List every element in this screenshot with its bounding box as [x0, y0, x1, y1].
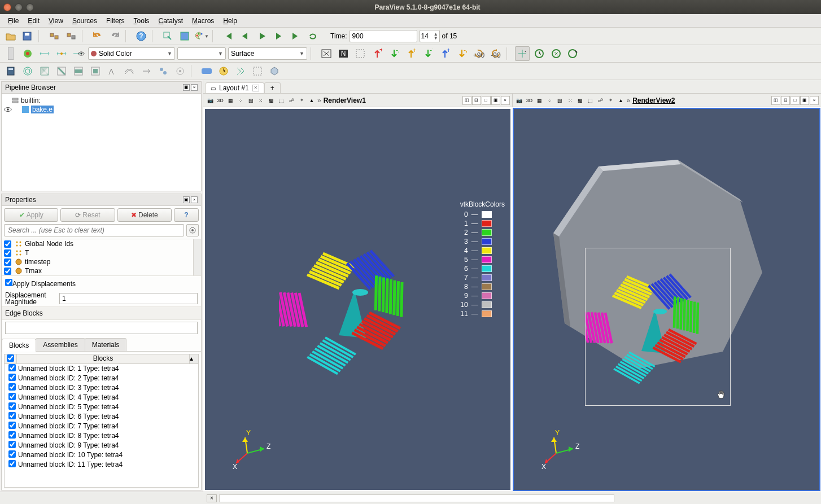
disconnect-icon[interactable] [64, 29, 78, 43]
status-close-icon[interactable]: × [207, 494, 217, 502]
table-row[interactable]: Unnamed block ID: 6 Type: tetra4 [5, 412, 198, 422]
table-row[interactable]: Unnamed block ID: 11 Type: tetra4 [5, 460, 198, 470]
select-points-poly-icon[interactable]: ⁙ [256, 96, 265, 105]
select-cells-icon[interactable]: ▦ [226, 96, 235, 105]
time-inspector-icon[interactable] [216, 64, 231, 78]
warp-vector-icon[interactable] [139, 64, 154, 78]
menu-macros[interactable]: Macros [187, 15, 219, 27]
menu-edit[interactable]: Edit [23, 15, 44, 27]
extract-selection-icon[interactable] [177, 29, 192, 43]
render-view-1[interactable]: vtkBlockColors 0 — 1 — 2 — 3 — 4 — 5 — 6… [205, 109, 510, 490]
menu-help[interactable]: Help [219, 15, 242, 27]
table-row[interactable]: Unnamed block ID: 2 Type: tetra4 [5, 374, 198, 383]
hover-points-icon[interactable]: ⌖ [297, 96, 306, 105]
adjust-camera-icon[interactable]: ▲ [307, 96, 316, 105]
representation-combo[interactable]: Surface▼ [228, 47, 307, 60]
memory-inspector-icon[interactable] [267, 64, 282, 78]
rescale-custom-icon[interactable] [54, 46, 69, 61]
window-maximize-button[interactable] [26, 3, 34, 11]
color-map-editor-icon[interactable] [20, 46, 35, 61]
tab-blocks[interactable]: Blocks [2, 339, 36, 352]
vr-icon[interactable] [199, 64, 214, 78]
link-camera-icon[interactable] [549, 46, 564, 61]
menu-file[interactable]: File [3, 15, 23, 27]
edge-blocks-list[interactable] [5, 322, 198, 334]
blocks-select-all[interactable] [7, 354, 14, 362]
mode-3d-label[interactable]: 3D [525, 96, 534, 105]
select-cells-poly-icon[interactable]: ▧ [246, 96, 255, 105]
table-row[interactable]: Unnamed block ID: 5 Type: tetra4 [5, 402, 198, 412]
time-value-input[interactable] [350, 30, 417, 42]
maximize-view-icon[interactable]: □ [791, 96, 800, 105]
close-view-icon[interactable]: × [810, 96, 819, 105]
select-points-icon[interactable]: ⁘ [545, 96, 554, 105]
adjust-camera-icon[interactable]: ▲ [617, 96, 626, 105]
zoom-to-data-icon[interactable]: N [336, 46, 351, 61]
save-icon[interactable] [20, 29, 35, 43]
properties-help-button[interactable]: ? [174, 208, 199, 222]
group-icon[interactable] [156, 64, 171, 78]
menu-filters[interactable]: Filters [102, 15, 129, 27]
coloring-combo[interactable]: Solid Color▼ [88, 47, 175, 60]
menu-tools[interactable]: Tools [129, 15, 154, 27]
mode-3d-label[interactable]: 3D [216, 96, 225, 105]
calculator-icon[interactable] [3, 64, 18, 78]
add-layout-button[interactable]: + [264, 82, 281, 93]
set-view-minus-x-icon[interactable]: -X [387, 46, 401, 61]
prev-frame-icon[interactable] [238, 29, 252, 43]
rescale-range-icon[interactable] [37, 46, 52, 61]
next-frame-icon[interactable] [272, 29, 286, 43]
window-minimize-button[interactable] [15, 3, 23, 11]
pipeline-item-bake[interactable]: bake.e [31, 106, 54, 113]
set-view-plus-x-icon[interactable]: +X [370, 46, 385, 61]
tab-materials[interactable]: Materials [85, 338, 127, 351]
connect-icon[interactable] [47, 29, 62, 43]
stream-tracer-icon[interactable] [122, 64, 137, 78]
animation-view-icon[interactable] [233, 64, 248, 78]
edit-color-icon[interactable] [3, 46, 18, 61]
extract-grid-icon[interactable] [88, 64, 103, 78]
pick-center-icon[interactable] [515, 46, 530, 61]
split-horizontal-icon[interactable]: ◫ [462, 96, 471, 105]
apply-displacements-checkbox[interactable]: Apply Displacements [2, 275, 201, 291]
rotate-cw-icon[interactable]: +90 [471, 46, 486, 61]
select-block-icon[interactable]: ▩ [576, 96, 585, 105]
table-row[interactable]: Unnamed block ID: 4 Type: tetra4 [5, 393, 198, 402]
var-row[interactable]: Global Node Ids [2, 239, 193, 248]
menu-sources[interactable]: Sources [68, 15, 102, 27]
undo-icon[interactable] [90, 29, 105, 43]
interactive-select-icon[interactable]: ⬚ [277, 96, 286, 105]
select-points-icon[interactable]: ⁘ [236, 96, 245, 105]
blocks-table[interactable]: Blocks▴ Unnamed block ID: 1 Type: tetra4… [4, 354, 199, 488]
help-icon[interactable]: ? [134, 29, 149, 43]
select-cells-poly-icon[interactable]: ▧ [556, 96, 565, 105]
view-name-2[interactable]: RenderView2 [632, 97, 675, 104]
close-tab-icon[interactable]: × [252, 85, 259, 91]
view-name-1[interactable]: RenderView1 [324, 97, 366, 104]
panel-close-icon[interactable]: × [191, 196, 198, 203]
reset-camera-icon[interactable] [319, 46, 334, 61]
table-row[interactable]: Unnamed block ID: 7 Type: tetra4 [5, 422, 198, 431]
zoom-to-box-icon[interactable] [353, 46, 368, 61]
hover-points-icon[interactable]: ⌖ [606, 96, 615, 105]
layout-tab-1[interactable]: ▭Layout #1× [206, 82, 264, 93]
maximize-view-icon[interactable]: □ [482, 96, 491, 105]
properties-search-input[interactable] [4, 224, 184, 236]
hover-cells-icon[interactable]: ☍ [287, 96, 296, 105]
split-vertical-icon[interactable]: ⊟ [781, 96, 790, 105]
restore-view-icon[interactable]: ▣ [491, 96, 500, 105]
window-close-button[interactable] [3, 3, 11, 11]
rotate-ccw-icon[interactable]: -90 [488, 46, 503, 61]
reset-center-icon[interactable] [532, 46, 547, 61]
first-frame-icon[interactable] [221, 29, 235, 43]
visibility-eye-icon[interactable] [4, 106, 12, 113]
redo-icon[interactable] [107, 29, 122, 43]
loop-icon[interactable] [305, 29, 320, 43]
component-combo[interactable]: ▼ [177, 47, 226, 60]
threshold-icon[interactable] [71, 64, 86, 78]
open-file-icon[interactable] [3, 29, 18, 43]
delete-button[interactable]: ✖Delete [117, 208, 172, 222]
var-row[interactable]: T [2, 248, 193, 257]
set-view-minus-z-icon[interactable]: -Z [455, 46, 469, 61]
find-data-icon[interactable] [160, 29, 175, 43]
